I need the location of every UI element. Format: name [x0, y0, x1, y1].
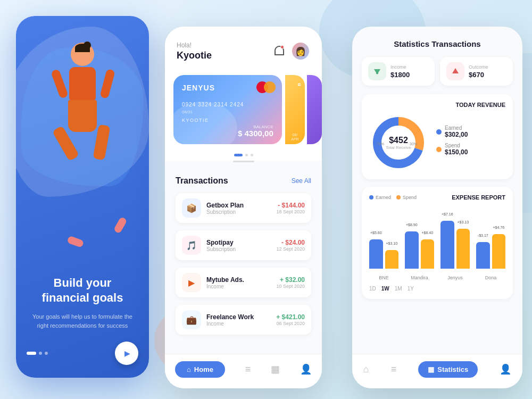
figure-bun — [84, 41, 91, 49]
revenue-label: REVENUE — [477, 102, 505, 108]
card-number: 0924 3324 2314 2424 — [182, 102, 244, 107]
revenue-legend: Earned $302,00 Spend $150,00 — [436, 125, 505, 160]
transaction-type-2: Subscription — [206, 246, 276, 252]
bar-bne-orange: +$3.10 — [385, 250, 399, 269]
expense-legend-spend: Spend — [396, 195, 417, 200]
expense-title: EXPENSE REPORT — [452, 194, 505, 201]
transaction-icon-1: 📦 — [182, 198, 201, 218]
transactions-list-header: Transactions See All — [176, 176, 311, 186]
mastercard-logo — [256, 81, 276, 93]
onboarding-footer — [16, 342, 149, 365]
transaction-name-3: Mytube Ads. — [206, 276, 276, 284]
card-purple[interactable] — [307, 75, 322, 144]
avatar[interactable]: 👩 — [291, 41, 310, 61]
transaction-item-4[interactable]: 💼 Freelance Work Income + $421.00 06 Sep… — [176, 305, 311, 335]
income-label: Income — [390, 64, 410, 70]
figure-shoe-right — [66, 236, 84, 248]
outcome-label: Outcome — [469, 64, 488, 70]
filter-1y[interactable]: 1Y — [408, 286, 414, 292]
bar-dona-blue: -$3.17 — [476, 242, 490, 269]
card-blue[interactable]: JENYUS 0924 3324 2314 2424 08/31 KYOOTIE… — [173, 75, 282, 144]
transaction-type-4: Income — [206, 321, 276, 327]
figure-hair — [75, 44, 90, 52]
bar-dona-orange: +$4.76 — [492, 234, 506, 269]
person-nav-icon[interactable]: 👤 — [300, 363, 312, 375]
filter-1m[interactable]: 1M — [395, 286, 402, 292]
legend-earned: Earned $302,00 — [436, 125, 505, 138]
transaction-date-4: 06 Sept 2020 — [276, 321, 305, 326]
spend-label: Spend — [445, 143, 468, 148]
earned-info: Earned $302,00 — [445, 125, 468, 138]
card-date: 08/31 — [182, 110, 193, 114]
exp-earned-dot — [369, 195, 373, 200]
chart-x-labels: BNE Mandira Jenyus Dona — [369, 275, 505, 280]
figure-pants — [68, 100, 97, 132]
bar-group-dona: -$3.17 +$4.76 — [476, 234, 505, 269]
transaction-amount-3: + $32.00 — [276, 276, 305, 284]
onboarding-title: Build your financial goals — [29, 276, 136, 306]
stats-content: Statistics Transactions Income $1800 — [352, 27, 522, 388]
x-label-dona: Dona — [476, 275, 505, 280]
bar-dona-orange-label: +$4.76 — [493, 226, 504, 229]
expense-bar-chart: +$5.60 +$3.10 +$8.90 +$6.40 — [369, 207, 505, 271]
transaction-amount-1: - $144.00 — [276, 202, 305, 209]
transactions-title: Transactions — [176, 176, 228, 186]
card-owner: KYOOTIE — [182, 118, 209, 123]
hero-figure — [32, 32, 133, 192]
card-dot-1 — [234, 154, 243, 156]
expense-card: Earned Spend EXPENSE REPORT +$5 — [362, 187, 513, 299]
bar-jenyus-orange: +$3.13 — [456, 229, 470, 269]
header-icons: 👩 — [273, 41, 310, 61]
next-button[interactable] — [115, 342, 138, 365]
transaction-date-1: 18 Sept 2020 — [276, 209, 305, 214]
donut-center: $452 Total Receive — [386, 136, 411, 150]
stats-title-static: Statistics — [394, 39, 429, 48]
chart-nav-icon[interactable]: ▦ — [271, 363, 280, 375]
transaction-item-1[interactable]: 📦 Getbox Plan Subscription - $144.00 18 … — [176, 193, 311, 223]
x-label-bne: BNE — [369, 275, 398, 280]
onboarding-subtitle: Your goals will help us to formulate the… — [29, 312, 136, 330]
transaction-info-2: Spotipay Subscription — [206, 239, 276, 252]
figure-arm-left — [51, 69, 69, 99]
bell-icon[interactable] — [273, 45, 286, 57]
expense-static: EXPENSE — [452, 194, 479, 201]
progress-dots — [27, 352, 48, 355]
transaction-amount-2: - $24.00 — [276, 239, 305, 246]
bar-mandira-orange: +$6.40 — [421, 239, 435, 269]
donut-amount: $452 — [386, 136, 411, 145]
expense-header-row: Earned Spend EXPENSE REPORT — [369, 194, 505, 201]
transaction-item-2[interactable]: 🎵 Spotipay Subscription - $24.00 12 Sept… — [176, 230, 311, 260]
filter-1d[interactable]: 1D — [369, 286, 376, 292]
dot-3 — [45, 352, 48, 355]
transaction-info-3: Mytube Ads. Income — [206, 276, 276, 289]
x-label-mandira: Mandira — [405, 275, 434, 280]
list-nav-icon[interactable]: ≡ — [245, 364, 251, 375]
filter-1w[interactable]: 1W — [381, 286, 389, 292]
transaction-name-4: Freelance Work — [206, 313, 276, 321]
transaction-info-1: Getbox Plan Subscription — [206, 202, 276, 215]
donut-label: Total Receive — [386, 145, 411, 150]
dot-2 — [39, 352, 42, 355]
bottom-nav-2: ⌂ Home ≡ ▦ 👤 — [165, 354, 322, 388]
see-all-button[interactable]: See All — [292, 177, 311, 185]
revenue-body: 70% 30% $452 Total Receive Earned $302,0… — [369, 113, 505, 172]
bottom-nav-3: ⌂ ≡ ▦ Statistics 👤 — [352, 354, 522, 388]
transaction-type-3: Income — [206, 284, 276, 289]
transaction-right-2: - $24.00 12 Sept 2020 — [276, 239, 305, 252]
stats-person-icon[interactable]: 👤 — [500, 363, 511, 375]
exp-earned-label: Earned — [376, 195, 391, 200]
stats-nav-button[interactable]: ▦ Statistics — [418, 361, 478, 378]
expense-legend: Earned Spend — [369, 195, 417, 200]
home-nav-button[interactable]: ⌂ Home — [175, 361, 225, 378]
bar-mandira-blue-label: +$8.90 — [406, 223, 418, 227]
earned-label: Earned — [445, 125, 468, 131]
income-card: Income $1800 — [362, 57, 435, 86]
transaction-item-3[interactable]: ▶ Mytube Ads. Income + $32.00 10 Sept 20… — [176, 268, 311, 297]
stats-home-icon[interactable]: ⌂ — [363, 364, 369, 375]
stats-list-icon[interactable]: ≡ — [391, 364, 397, 375]
card-dot-3 — [251, 154, 253, 156]
card-yellow[interactable]: B 08/ APR — [285, 75, 305, 144]
spend-amount: $150,00 — [445, 148, 468, 156]
today-label: TODAY — [455, 102, 475, 108]
stats-btn-label: Statistics — [437, 365, 468, 373]
